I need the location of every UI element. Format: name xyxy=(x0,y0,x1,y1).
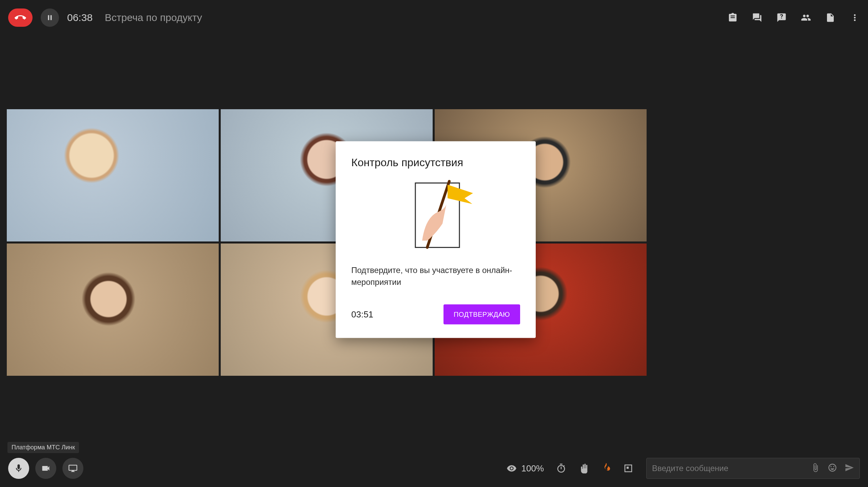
meeting-timer: 06:38 xyxy=(67,12,93,23)
modal-footer: 03:51 ПОДТВЕРЖДАЮ xyxy=(351,304,520,324)
videocam-icon xyxy=(41,464,51,473)
pause-button[interactable] xyxy=(41,8,59,27)
top-bar: 06:38 Встреча по продукту xyxy=(0,0,868,35)
confirm-button[interactable]: ПОДТВЕРЖДАЮ xyxy=(443,304,520,324)
participant-tile[interactable] xyxy=(7,244,219,376)
modal-illustration xyxy=(351,180,520,251)
mic-button[interactable] xyxy=(8,458,29,479)
modal-body-text: Подтвердите, что вы участвуете в онлайн-… xyxy=(351,265,520,288)
notes-icon[interactable] xyxy=(728,13,738,23)
chat-input-container xyxy=(646,458,860,479)
paperclip-icon xyxy=(811,463,820,472)
camera-button[interactable] xyxy=(35,458,56,479)
emoji-button[interactable] xyxy=(828,463,837,474)
raise-hand-icon[interactable] xyxy=(578,463,589,473)
right-tools: 100% xyxy=(507,463,634,474)
presence-check-modal: Контроль присутствия Подтвердите, что вы… xyxy=(336,141,536,338)
layout-icon[interactable] xyxy=(623,463,633,473)
chat-input[interactable] xyxy=(652,464,811,473)
video-grid xyxy=(7,109,647,376)
visibility-percent: 100% xyxy=(521,463,544,474)
fire-icon[interactable] xyxy=(601,463,611,473)
screen-icon xyxy=(68,464,78,473)
topbar-actions xyxy=(728,13,860,23)
bottom-bar: 100% xyxy=(0,450,868,487)
file-icon[interactable] xyxy=(825,13,835,23)
phone-hangup-icon xyxy=(15,12,26,23)
end-call-button[interactable] xyxy=(8,8,33,27)
modal-countdown: 03:51 xyxy=(351,309,373,319)
participant-tile[interactable] xyxy=(7,109,219,241)
pause-icon xyxy=(46,14,54,21)
eye-icon xyxy=(507,463,517,473)
help-icon[interactable] xyxy=(776,13,787,23)
people-icon[interactable] xyxy=(801,13,811,23)
emoji-icon xyxy=(828,463,837,472)
meeting-title: Встреча по продукту xyxy=(105,12,202,23)
modal-title: Контроль присутствия xyxy=(351,156,520,169)
flag-hand-icon xyxy=(395,180,476,251)
visibility-indicator[interactable]: 100% xyxy=(507,463,544,474)
chat-icon[interactable] xyxy=(752,13,762,23)
more-icon[interactable] xyxy=(850,13,860,23)
send-button[interactable] xyxy=(845,463,854,474)
screenshare-button[interactable] xyxy=(62,458,83,479)
send-icon xyxy=(845,463,854,472)
attach-button[interactable] xyxy=(811,463,820,474)
microphone-icon xyxy=(14,464,23,473)
timer-icon[interactable] xyxy=(556,463,566,473)
